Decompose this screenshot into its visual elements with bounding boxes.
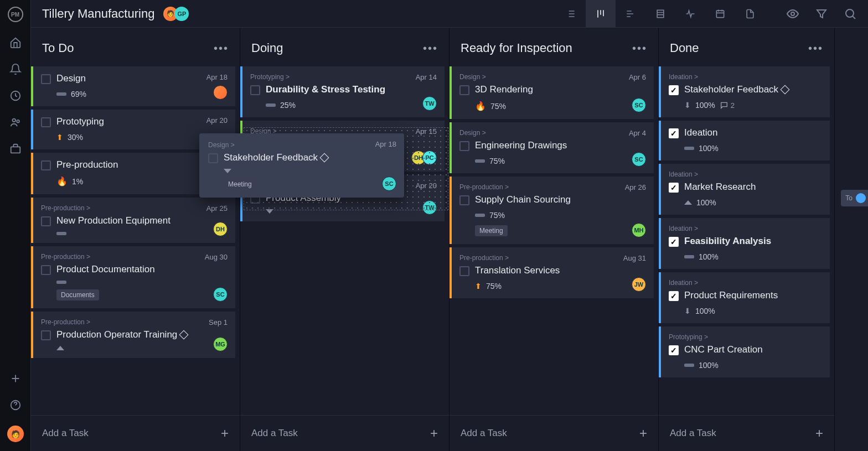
card-breadcrumb: Ideation > — [669, 170, 822, 178]
assignee-avatar[interactable]: MG — [213, 337, 228, 351]
card-breadcrumb: Design > — [459, 73, 646, 81]
priority-low-icon — [224, 169, 231, 173]
calendar-view-icon[interactable] — [705, 0, 735, 28]
add-task-button[interactable]: Add a Task + — [450, 415, 658, 451]
card-checkbox[interactable] — [459, 85, 469, 95]
card-title: 3D Rendering — [475, 84, 533, 95]
card-checkbox[interactable] — [208, 153, 218, 163]
priority-bar-icon — [56, 281, 66, 284]
side-drawer-tab[interactable]: To — [841, 190, 868, 206]
task-card[interactable]: Ideation > Product Requirements ⬇100% — [659, 272, 830, 323]
list-view-icon[interactable] — [556, 0, 586, 28]
milestone-diamond-icon — [320, 153, 329, 162]
help-icon[interactable] — [9, 399, 22, 411]
card-breadcrumb: Pre-production > — [41, 204, 228, 212]
priority-bar-icon — [475, 159, 485, 163]
task-card[interactable]: Pre-production > Supply Chain Sourcing A… — [450, 177, 654, 244]
card-title: Supply Chain Sourcing — [475, 194, 571, 205]
task-card[interactable]: Pre-production > Production Operator Tra… — [31, 312, 235, 358]
column-title: Ready for Inspection — [461, 41, 572, 55]
add-task-button[interactable]: Add a Task + — [240, 415, 449, 451]
task-card[interactable]: Ideation > Stakeholder Feedback ⬇100%2 — [659, 66, 830, 117]
card-checkbox[interactable] — [250, 85, 260, 95]
card-checkbox[interactable] — [41, 74, 51, 84]
card-checkbox[interactable] — [669, 291, 679, 301]
add-task-button[interactable]: Add a Task + — [659, 415, 834, 451]
task-card[interactable]: Ideation > Market Research 100% — [659, 164, 830, 215]
board-view-icon[interactable] — [586, 0, 616, 28]
file-view-icon[interactable] — [735, 0, 765, 28]
side-avatar-icon — [856, 193, 866, 203]
column-menu-icon[interactable]: ••• — [632, 42, 647, 55]
task-card[interactable]: Design > 3D Rendering Apr 6 🔥75% SC — [450, 66, 654, 119]
card-title: Stakeholder Feedback — [684, 84, 788, 95]
task-card[interactable]: Prototyping > CNC Part Creation 100% — [659, 326, 830, 377]
priority-down-icon: ⬇ — [684, 101, 691, 110]
column: Doing ••• Prototyping > Durability & Str… — [240, 28, 450, 451]
card-checkbox[interactable] — [459, 266, 469, 276]
briefcase-icon[interactable] — [9, 143, 22, 155]
column-title: To Do — [42, 41, 74, 55]
card-checkbox[interactable] — [669, 345, 679, 355]
card-checkbox[interactable] — [41, 330, 51, 340]
card-title: Pre-production — [56, 159, 118, 170]
assignee-avatar[interactable]: SC — [632, 98, 646, 112]
eye-icon[interactable] — [786, 0, 799, 28]
priority-bar-icon — [56, 232, 66, 235]
add-icon[interactable] — [9, 372, 22, 385]
profile-avatar[interactable]: 🧑 — [7, 426, 24, 442]
dragging-card[interactable]: Design > Stakeholder Feedback Apr 18 Mee… — [199, 133, 404, 198]
activity-view-icon[interactable] — [675, 0, 705, 28]
card-checkbox[interactable] — [41, 265, 51, 275]
sheet-view-icon[interactable] — [645, 0, 675, 28]
team-icon[interactable] — [9, 116, 22, 128]
gantt-view-icon[interactable] — [616, 0, 645, 28]
app-logo-icon[interactable]: PM — [8, 7, 23, 22]
card-checkbox[interactable] — [669, 85, 679, 95]
bell-icon[interactable] — [9, 63, 22, 75]
plus-icon: + — [639, 426, 647, 441]
priority-flame-icon: 🔥 — [475, 101, 486, 111]
project-members[interactable]: 🧑 GP — [167, 7, 189, 21]
card-checkbox[interactable] — [669, 183, 679, 193]
card-checkbox[interactable] — [459, 141, 469, 151]
add-task-button[interactable]: Add a Task + — [31, 415, 240, 451]
home-icon[interactable] — [9, 37, 22, 49]
card-date: Aug 31 — [623, 254, 646, 262]
assignee-avatar[interactable]: DH — [213, 222, 228, 236]
member-avatar[interactable]: GP — [174, 7, 189, 21]
column-menu-icon[interactable]: ••• — [214, 42, 229, 55]
column-menu-icon[interactable]: ••• — [423, 42, 438, 55]
assignee-avatar[interactable]: SC — [213, 287, 228, 302]
assignee-avatar[interactable] — [213, 85, 228, 100]
assignee-avatar[interactable]: JW — [632, 277, 646, 292]
task-card[interactable]: Ideation 100% — [659, 121, 830, 160]
card-checkbox[interactable] — [41, 117, 51, 127]
clock-icon[interactable] — [9, 90, 22, 102]
assignee-avatar[interactable]: MH — [632, 223, 646, 237]
card-checkbox[interactable] — [41, 216, 51, 226]
card-checkbox[interactable] — [669, 237, 679, 247]
assignee-avatar[interactable]: SC — [382, 177, 396, 191]
card-title: Translation Services — [475, 265, 560, 276]
task-card[interactable]: Design > Engineering Drawings Apr 4 75% … — [450, 122, 654, 173]
assignee-avatar[interactable]: TW — [422, 96, 437, 111]
card-checkbox[interactable] — [669, 128, 679, 138]
add-task-label: Add a Task — [42, 428, 89, 439]
card-percent: 100% — [696, 198, 716, 207]
task-card[interactable]: Ideation > Feasibility Analysis 100% — [659, 218, 830, 269]
card-title: Feasibility Analysis — [684, 236, 771, 247]
card-checkbox[interactable] — [459, 195, 469, 205]
task-card[interactable]: Pre-production > New Production Equipmen… — [31, 198, 235, 243]
assignee-avatar[interactable]: SC — [632, 152, 646, 167]
task-card[interactable]: Pre-production > Product Documentation A… — [31, 246, 235, 308]
card-checkbox[interactable] — [41, 160, 51, 170]
search-icon[interactable] — [844, 0, 857, 28]
column-menu-icon[interactable]: ••• — [808, 42, 823, 55]
task-card[interactable]: Design Apr 18 69% — [31, 66, 235, 106]
task-card[interactable]: Prototyping > Durability & Stress Testin… — [240, 66, 445, 117]
card-title: Production Operator Training — [56, 329, 187, 340]
filter-icon[interactable] — [815, 0, 828, 28]
task-card[interactable]: Pre-production > Translation Services Au… — [450, 247, 654, 298]
comment-count[interactable]: 2 — [720, 101, 735, 110]
